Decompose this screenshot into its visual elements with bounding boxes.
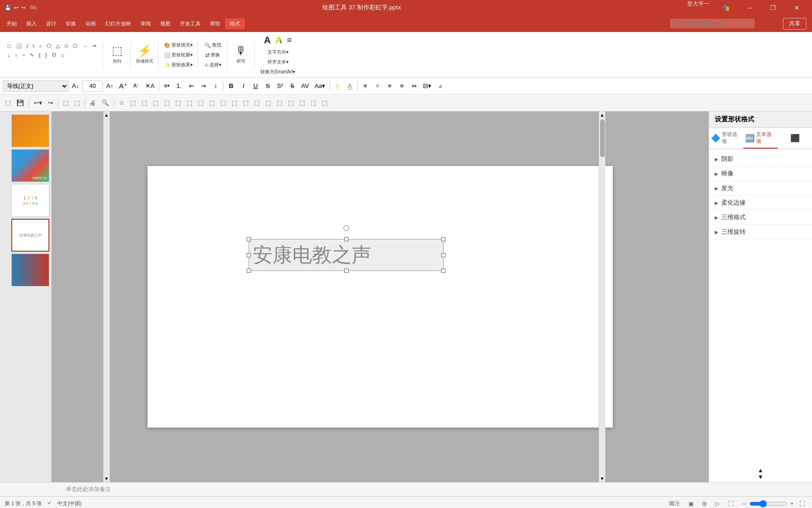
font-size-input[interactable] <box>82 80 103 92</box>
align-left-button[interactable]: ≡ <box>359 80 371 92</box>
ribbon-arrange-button[interactable]: ⬚ 排列 <box>107 42 127 66</box>
ribbon-shape-custom[interactable]: ⌬ <box>50 51 58 59</box>
bullets-button[interactable]: ≡• <box>161 80 172 92</box>
ribbon-shape-bracket[interactable]: } <box>43 51 49 59</box>
tb-star-button[interactable]: ☆ <box>117 98 127 108</box>
slide-3-thumb[interactable]: 1234 56789 <box>11 184 49 217</box>
menu-insert[interactable]: 插入 <box>22 18 41 29</box>
ribbon-textdir-button[interactable]: 文字方向▾ <box>265 48 290 56</box>
tb-save-button[interactable]: 💾 <box>14 98 26 108</box>
tb-more16-button[interactable]: ⬚ <box>297 98 307 108</box>
justify-button[interactable]: ≡ <box>396 80 407 92</box>
tb-undo-button[interactable]: ↩▾ <box>31 98 45 108</box>
zoom-in-button[interactable]: + <box>788 500 796 508</box>
font-size-down-button[interactable]: A⁻ <box>131 80 142 92</box>
slide-5-thumb[interactable] <box>11 254 49 286</box>
tb-more12-button[interactable]: ⬚ <box>252 98 262 108</box>
search-input[interactable] <box>670 19 755 28</box>
ribbon-replace-button[interactable]: ⇄ 替换 <box>203 51 222 59</box>
quick-redo-button[interactable]: ↪ <box>21 5 25 11</box>
menu-transition[interactable]: 切换 <box>61 18 81 29</box>
tb-more10-button[interactable]: ⬚ <box>229 98 240 108</box>
handle-bottommid[interactable] <box>344 269 349 273</box>
handle-bottomleft[interactable] <box>247 269 251 273</box>
handle-bottomright[interactable] <box>441 269 445 273</box>
ribbon-shape-more[interactable]: ⬡ <box>45 42 53 50</box>
ribbon-shape-brace[interactable]: { <box>37 51 42 59</box>
ribbon-aligntext-button[interactable]: 对齐文本▾ <box>265 58 290 66</box>
tb-more14-button[interactable]: ⬚ <box>274 98 285 108</box>
ribbon-artword-layout-btn[interactable]: ≡ <box>285 34 294 46</box>
menu-review[interactable]: 审阅 <box>136 18 156 29</box>
handle-midright[interactable] <box>441 253 445 257</box>
ribbon-shape-effect-button[interactable]: ✨ 形状效果▾ <box>162 61 195 69</box>
distributed-button[interactable]: ⇔ <box>408 80 420 92</box>
align-right-button[interactable]: ≡ <box>384 80 395 92</box>
rp-section-softedge[interactable]: ▶ 柔化边缘 <box>709 196 812 210</box>
fontcolor-button[interactable]: A̲ <box>344 80 355 92</box>
scroll-up-button[interactable]: ▲ <box>104 112 109 118</box>
bold-button[interactable]: B <box>226 80 237 92</box>
menu-animation[interactable]: 动画 <box>81 18 101 29</box>
fit-window-button[interactable]: ⛶ <box>797 500 807 508</box>
rp-section-reflection[interactable]: ▶ 映像 <box>709 167 812 181</box>
ribbon-shape-outline-button[interactable]: ⬜ 形状轮廓▾ <box>162 51 195 59</box>
font-size-increase-button[interactable]: A↑ <box>104 80 116 92</box>
tb-more1-button[interactable]: ⬚ <box>128 98 138 108</box>
ribbon-artword-text-btn[interactable]: A <box>262 34 273 47</box>
ribbon-shape-arrow[interactable]: → <box>80 42 89 50</box>
slide-sorter-button[interactable]: ⊞ <box>700 500 709 508</box>
tb-more2-button[interactable]: ⬚ <box>139 98 149 108</box>
handle-midleft[interactable] <box>247 253 251 257</box>
align-center-button[interactable]: ≡ <box>372 80 383 92</box>
rp-tab-text[interactable]: 🔤 文本选项 <box>743 128 778 149</box>
minimize-button[interactable]: ─ <box>739 0 760 15</box>
slide-2-thumb[interactable]: WWDC14 <box>11 149 49 182</box>
ribbon-shape-custom2[interactable]: ⌂ <box>59 51 66 59</box>
changecase-button[interactable]: Aa▾ <box>312 80 328 92</box>
menu-format[interactable]: 格式 <box>225 18 245 29</box>
normal-view-button[interactable]: ▣ <box>686 500 696 508</box>
tb-redo-button[interactable]: ↪ <box>46 98 55 108</box>
quick-save-button[interactable]: 💾 <box>5 5 11 11</box>
tb-more15-button[interactable]: ⬚ <box>286 98 296 108</box>
tb-more13-button[interactable]: ⬚ <box>263 98 273 108</box>
close-button[interactable]: ✕ <box>786 0 807 15</box>
rp-section-3dformat[interactable]: ▶ 三维格式 <box>709 210 812 225</box>
tb-find-button[interactable]: 🔍 <box>99 98 111 108</box>
menu-slideshow[interactable]: 幻灯片放映 <box>101 18 136 29</box>
font-name-select[interactable]: 等线(正文) <box>3 80 69 92</box>
strikethrough2-button[interactable]: S̶ <box>287 80 298 92</box>
ribbon-artword-fill-btn[interactable]: A <box>273 34 284 47</box>
quick-undo-button[interactable]: ↩ <box>14 5 18 11</box>
ribbon-smartart-button[interactable]: 转换为SmartArt▾ <box>258 68 297 76</box>
ribbon-shape-freeform[interactable]: ∿ <box>28 51 36 59</box>
ribbon-shape-line2[interactable]: \ <box>31 42 36 50</box>
share-button[interactable]: 共享 <box>783 18 806 30</box>
tb-more4-button[interactable]: ⬚ <box>162 98 172 108</box>
ribbon-search-button[interactable]: 🔍 查找 <box>203 41 223 49</box>
ribbon-dictate-button[interactable]: 🎙 听写 <box>231 42 251 66</box>
menu-help[interactable]: 帮助 <box>205 18 225 29</box>
zoom-out-button[interactable]: ─ <box>740 500 749 508</box>
underline-button[interactable]: U <box>250 80 261 92</box>
highlight-button[interactable]: A̲ <box>332 80 343 92</box>
clear-format-button[interactable]: ✕A <box>143 80 157 92</box>
vscroll-thumb[interactable] <box>600 119 605 157</box>
ribbon-select-button[interactable]: ⊹ 选择▾ <box>203 61 223 69</box>
ribbon-shape-up[interactable]: ↑ <box>13 51 20 59</box>
tb-more18-button[interactable]: ⬚ <box>320 98 330 108</box>
charspacing-button[interactable]: AV <box>299 80 311 92</box>
restore-ribbon-button[interactable]: 🎭 <box>715 0 737 15</box>
slide-4-thumb[interactable]: 安康电教之声 <box>11 219 49 252</box>
tb-more9-button[interactable]: ⬚ <box>218 98 228 108</box>
ribbon-shape-triangle[interactable]: △ <box>54 42 62 50</box>
menu-view[interactable]: 视图 <box>156 18 175 29</box>
canvas-area[interactable]: ▲ ▼ 安康电教之声 <box>52 111 709 482</box>
rp-tab-layout[interactable]: ⬛ <box>778 128 812 149</box>
tb-new-button[interactable]: ⬚ <box>3 98 13 108</box>
indent-decrease-button[interactable]: ⇐ <box>186 80 197 92</box>
tb-more7-button[interactable]: ⬚ <box>195 98 206 108</box>
vscroll-down-button[interactable]: ▼ <box>600 476 605 481</box>
menu-design[interactable]: 设计 <box>41 18 61 29</box>
